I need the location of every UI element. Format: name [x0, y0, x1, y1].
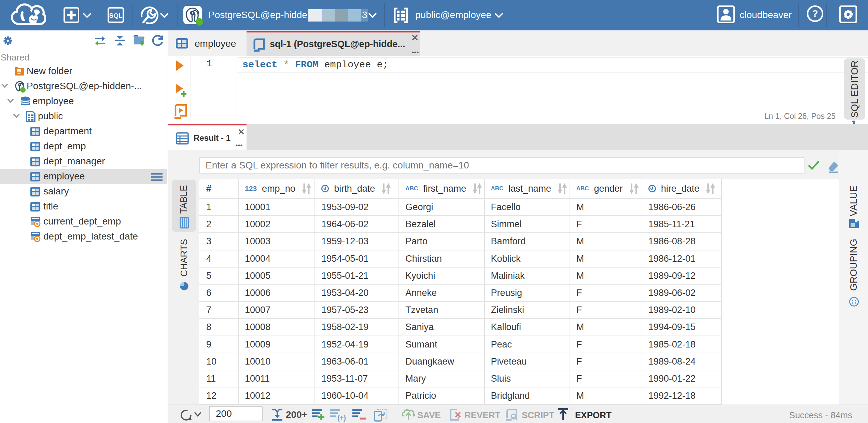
svg-text:?: ? — [812, 8, 818, 19]
svg-text:I: I — [857, 218, 859, 223]
svg-text:SQL: SQL — [109, 12, 122, 19]
svg-text:(+): (+) — [337, 414, 346, 422]
